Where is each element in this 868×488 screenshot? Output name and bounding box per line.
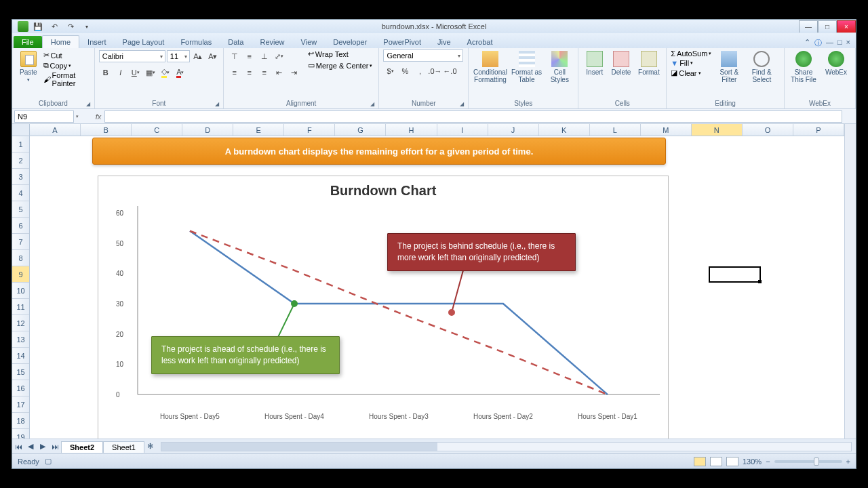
copy-button[interactable]: ⧉Copy▾ bbox=[43, 61, 90, 70]
col-header-I[interactable]: I bbox=[437, 124, 488, 136]
maximize-button[interactable]: □ bbox=[818, 20, 837, 33]
undo-icon[interactable]: ↶ bbox=[47, 20, 61, 33]
worksheet-grid[interactable]: ABCDEFGHIJKLMNOP 12345678910111213141516… bbox=[12, 124, 856, 439]
number-format-combo[interactable]: General bbox=[383, 49, 463, 62]
col-header-J[interactable]: J bbox=[488, 124, 539, 136]
border-button[interactable]: ▦▾ bbox=[144, 66, 157, 79]
doc-min-icon[interactable]: — bbox=[826, 38, 833, 48]
fill-button[interactable]: ▼Fill▾ bbox=[671, 59, 711, 67]
sheet-tab-sheet2[interactable]: Sheet2 bbox=[61, 441, 103, 453]
sheet-nav-first[interactable]: ⏮ bbox=[12, 443, 24, 451]
font-size-combo[interactable]: 11 bbox=[167, 50, 190, 62]
fill-color-button[interactable]: ◇▾ bbox=[159, 66, 172, 79]
number-launcher-icon[interactable]: ◢ bbox=[460, 101, 464, 107]
align-right-button[interactable]: ≡ bbox=[258, 66, 271, 79]
row-header-2[interactable]: 2 bbox=[12, 152, 29, 169]
col-header-D[interactable]: D bbox=[182, 124, 233, 136]
row-header-19[interactable]: 19 bbox=[12, 429, 29, 439]
autosum-button[interactable]: ΣAutoSum▾ bbox=[671, 49, 711, 58]
find-select-button[interactable]: Find & Select bbox=[747, 49, 776, 83]
tab-page-layout[interactable]: Page Layout bbox=[115, 36, 173, 48]
tab-powerpivot[interactable]: PowerPivot bbox=[375, 36, 429, 48]
row-header-4[interactable]: 4 bbox=[12, 185, 29, 201]
shrink-font-button[interactable]: A▾ bbox=[206, 49, 220, 63]
delete-button[interactable]: Delete bbox=[609, 49, 633, 76]
sheet-nav-prev[interactable]: ◀ bbox=[24, 442, 37, 451]
col-header-L[interactable]: L bbox=[590, 124, 641, 136]
tab-home[interactable]: Home bbox=[42, 35, 79, 48]
underline-button[interactable]: U▾ bbox=[129, 66, 142, 79]
decrease-decimal-button[interactable]: ←.0 bbox=[443, 64, 456, 78]
row-header-5[interactable]: 5 bbox=[12, 201, 29, 218]
row-header-12[interactable]: 12 bbox=[12, 315, 29, 331]
col-header-H[interactable]: H bbox=[386, 124, 437, 136]
increase-indent-button[interactable]: ⇥ bbox=[288, 66, 301, 79]
col-header-B[interactable]: B bbox=[81, 124, 132, 136]
share-file-button[interactable]: Share This File bbox=[789, 49, 818, 83]
col-header-K[interactable]: K bbox=[539, 124, 590, 136]
doc-max-icon[interactable]: □ bbox=[837, 38, 842, 48]
minimize-ribbon-icon[interactable]: ⌃ bbox=[804, 38, 810, 48]
clipboard-launcher-icon[interactable]: ◢ bbox=[86, 101, 90, 107]
col-header-N[interactable]: N bbox=[692, 124, 743, 136]
format-button[interactable]: Format bbox=[635, 49, 662, 76]
macro-record-icon[interactable]: ▢ bbox=[45, 457, 52, 466]
wrap-text-button[interactable]: ↩Wrap Text bbox=[308, 49, 373, 58]
percent-button[interactable]: % bbox=[398, 64, 412, 78]
page-layout-view-button[interactable] bbox=[710, 457, 722, 466]
zoom-slider[interactable] bbox=[774, 460, 842, 463]
qat-dropdown-icon[interactable]: ▾ bbox=[80, 20, 94, 33]
new-sheet-button[interactable]: ✻ bbox=[144, 442, 157, 451]
close-button[interactable]: × bbox=[837, 20, 856, 33]
sheet-nav-next[interactable]: ▶ bbox=[37, 442, 49, 451]
align-left-button[interactable]: ≡ bbox=[228, 66, 241, 79]
formula-input[interactable] bbox=[104, 110, 842, 123]
italic-button[interactable]: I bbox=[114, 66, 127, 79]
name-box[interactable]: N9 bbox=[14, 110, 74, 123]
select-all-corner[interactable] bbox=[12, 124, 30, 136]
currency-button[interactable]: $▾ bbox=[383, 64, 397, 78]
align-bottom-button[interactable]: ⊥ bbox=[258, 49, 271, 63]
insert-button[interactable]: Insert bbox=[583, 49, 606, 76]
sheet-nav-last[interactable]: ⏭ bbox=[49, 443, 61, 451]
row-header-11[interactable]: 11 bbox=[12, 299, 29, 315]
tab-jive[interactable]: Jive bbox=[429, 36, 459, 48]
zoom-level[interactable]: 130% bbox=[743, 458, 762, 466]
font-color-button[interactable]: A▾ bbox=[174, 66, 187, 79]
comma-button[interactable]: , bbox=[413, 64, 427, 78]
font-name-combo[interactable]: Calibri bbox=[99, 50, 165, 62]
row-header-14[interactable]: 14 bbox=[12, 348, 29, 364]
burndown-chart[interactable]: Burndown Chart bbox=[98, 176, 669, 439]
format-as-table-button[interactable]: Format as Table bbox=[511, 49, 543, 83]
col-header-P[interactable]: P bbox=[793, 124, 844, 136]
cut-button[interactable]: ✂Cut bbox=[43, 51, 90, 60]
font-launcher-icon[interactable]: ◢ bbox=[215, 101, 219, 107]
zoom-out-button[interactable]: − bbox=[766, 458, 770, 466]
row-header-9[interactable]: 9 bbox=[12, 266, 29, 283]
col-header-G[interactable]: G bbox=[335, 124, 386, 136]
row-header-3[interactable]: 3 bbox=[12, 169, 29, 185]
redo-icon[interactable]: ↷ bbox=[64, 20, 77, 33]
row-header-15[interactable]: 15 bbox=[12, 364, 29, 380]
row-header-16[interactable]: 16 bbox=[12, 380, 29, 396]
active-cell[interactable] bbox=[709, 266, 761, 283]
merge-center-button[interactable]: ▭Merge & Center▾ bbox=[308, 61, 373, 70]
save-icon[interactable]: 💾 bbox=[31, 20, 45, 33]
zoom-in-button[interactable]: + bbox=[846, 458, 850, 466]
tab-insert[interactable]: Insert bbox=[79, 36, 115, 48]
col-header-C[interactable]: C bbox=[132, 124, 182, 136]
row-header-18[interactable]: 18 bbox=[12, 413, 29, 429]
row-header-17[interactable]: 17 bbox=[12, 396, 29, 413]
align-center-button[interactable]: ≡ bbox=[243, 66, 256, 79]
decrease-indent-button[interactable]: ⇤ bbox=[273, 66, 286, 79]
fx-icon[interactable]: fx bbox=[92, 113, 104, 121]
minimize-button[interactable]: — bbox=[799, 20, 818, 33]
normal-view-button[interactable] bbox=[694, 457, 706, 466]
row-header-10[interactable]: 10 bbox=[12, 283, 29, 299]
align-middle-button[interactable]: ≡ bbox=[243, 49, 256, 63]
help-icon[interactable]: ⓘ bbox=[814, 38, 822, 48]
row-header-7[interactable]: 7 bbox=[12, 234, 29, 250]
col-header-M[interactable]: M bbox=[641, 124, 692, 136]
row-header-13[interactable]: 13 bbox=[12, 331, 29, 348]
cell-styles-button[interactable]: Cell Styles bbox=[545, 49, 574, 83]
